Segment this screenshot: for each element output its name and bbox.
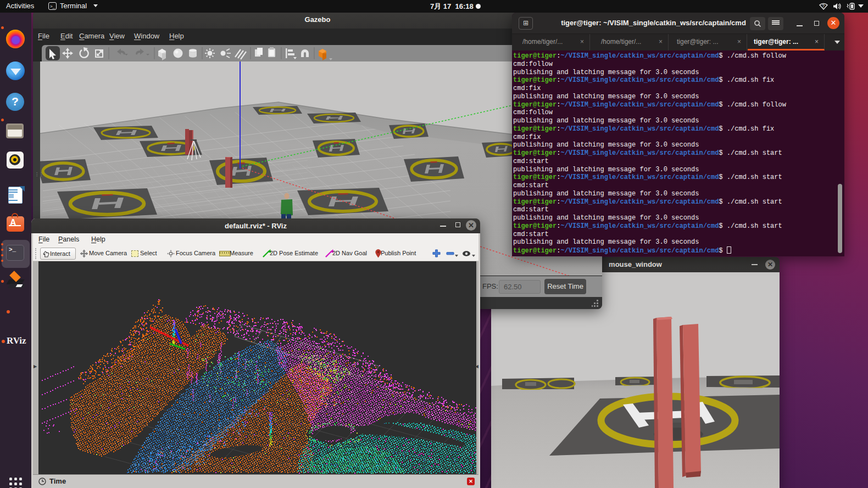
svg-text:?: ? <box>822 3 825 9</box>
